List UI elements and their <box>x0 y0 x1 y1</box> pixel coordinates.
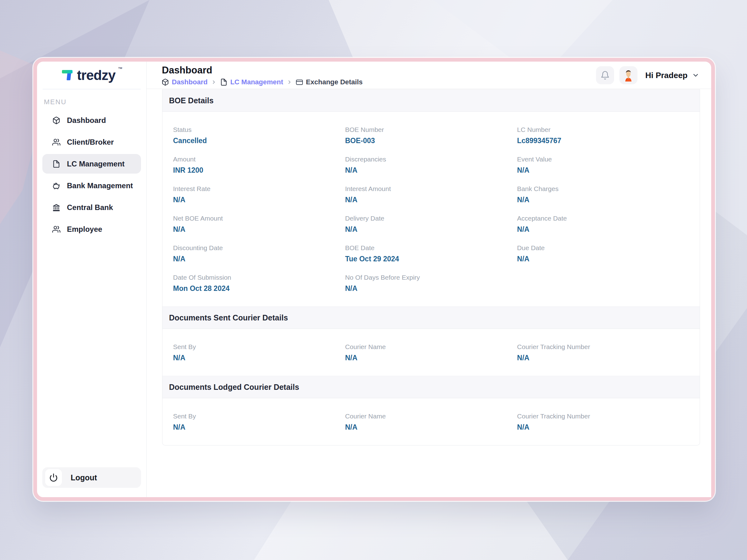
section-title: Documents Lodged Courier Details <box>169 383 299 392</box>
field: Interest AmountN/A <box>345 185 517 204</box>
field-label: Status <box>173 126 345 133</box>
field-label: Date Of Submission <box>173 274 345 281</box>
sidebar-item-label: Client/Broker <box>67 138 114 146</box>
field-label: Interest Amount <box>345 185 517 193</box>
section-header: BOE Details <box>162 89 700 112</box>
field-label: Amount <box>173 156 345 163</box>
field-value: N/A <box>173 255 345 263</box>
main-content: BOE DetailsStatusCancelledBOE NumberBOE-… <box>147 89 711 497</box>
field-label: Net BOE Amount <box>173 215 345 222</box>
field: Sent ByN/A <box>173 412 345 431</box>
sidebar-item-employee[interactable]: Employee <box>42 219 141 239</box>
sidebar: tredzy ™ MENU DashboardClient/BrokerLC M… <box>37 61 147 497</box>
details-card: BOE DetailsStatusCancelledBOE NumberBOE-… <box>162 89 700 446</box>
cube-icon <box>52 116 60 125</box>
field-label: Discounting Date <box>173 244 345 252</box>
field-value: Mon Oct 28 2024 <box>173 284 345 293</box>
breadcrumb-separator-icon <box>287 79 292 85</box>
field-label: Bank Charges <box>517 185 689 193</box>
field: Event ValueN/A <box>517 156 689 175</box>
breadcrumb-item-dashboard[interactable]: Dashboard <box>161 78 208 86</box>
sidebar-item-label: Dashboard <box>67 116 106 125</box>
page-title: Dashboard <box>162 65 212 76</box>
field-label: BOE Number <box>345 126 517 133</box>
header-actions: Hi Pradeep <box>596 66 699 84</box>
sidebar-item-label: Bank Management <box>67 181 133 190</box>
breadcrumb-label[interactable]: Dashboard <box>172 78 208 86</box>
avatar-button[interactable] <box>619 66 638 84</box>
field: AmountINR 1200 <box>173 156 345 175</box>
brand-trademark: ™ <box>118 66 123 71</box>
field: Courier NameN/A <box>345 343 517 362</box>
cube-icon <box>161 78 169 86</box>
field: Bank ChargesN/A <box>517 185 689 204</box>
user-greeting: Hi Pradeep <box>645 71 688 80</box>
field-label: Courier Name <box>345 343 517 351</box>
field-label: Courier Tracking Number <box>517 412 689 420</box>
breadcrumb-item-lc-management[interactable]: LC Management <box>220 78 283 86</box>
field: Courier Tracking NumberN/A <box>517 343 689 362</box>
chevron-down-icon <box>692 72 699 79</box>
sidebar-item-central-bank[interactable]: Central Bank <box>42 197 141 217</box>
avatar <box>623 69 634 81</box>
breadcrumb-separator-icon <box>211 79 216 85</box>
field-value: N/A <box>345 166 517 175</box>
field-value: N/A <box>173 423 345 431</box>
field-value: N/A <box>173 225 345 234</box>
brand-logo[interactable]: tredzy ™ <box>37 61 146 89</box>
sidebar-item-dashboard[interactable]: Dashboard <box>42 110 141 130</box>
sidebar-item-lc-management[interactable]: LC Management <box>42 154 141 174</box>
sidebar-item-bank-management[interactable]: Bank Management <box>42 176 141 195</box>
field-value: N/A <box>345 284 517 293</box>
field-value: N/A <box>517 225 689 234</box>
section-title: Documents Sent Courier Details <box>169 313 288 322</box>
breadcrumb-label[interactable]: LC Management <box>230 78 283 86</box>
power-icon <box>49 473 58 482</box>
field: Courier Tracking NumberN/A <box>517 412 689 431</box>
brand-name: tredzy <box>77 68 115 83</box>
field-value: Lc899345767 <box>517 137 689 145</box>
field-value: N/A <box>345 196 517 204</box>
field: Interest RateN/A <box>173 185 345 204</box>
fields-grid: Sent ByN/ACourier NameN/ACourier Trackin… <box>162 329 700 376</box>
sidebar-item-label: Central Bank <box>67 203 113 212</box>
field-label: Sent By <box>173 412 345 420</box>
bank-icon <box>52 204 60 212</box>
breadcrumb-label: Exchange Details <box>306 78 363 86</box>
field: Due DateN/A <box>517 244 689 263</box>
field-value: Tue Oct 29 2024 <box>345 255 517 263</box>
sidebar-item-label: Employee <box>67 225 102 234</box>
field-label: Discrepancies <box>345 156 517 163</box>
field-label: Interest Rate <box>173 185 345 193</box>
logout-label: Logout <box>71 473 97 482</box>
breadcrumb: DashboardLC ManagementExchange Details <box>161 78 363 86</box>
fields-grid: Sent ByN/ACourier NameN/ACourier Trackin… <box>162 398 700 445</box>
field: StatusCancelled <box>173 126 345 145</box>
field-label: Acceptance Date <box>517 215 689 222</box>
logout-button[interactable]: Logout <box>42 467 141 488</box>
field: DiscrepanciesN/A <box>345 156 517 175</box>
card-icon <box>296 78 303 86</box>
field-value: Cancelled <box>173 137 345 145</box>
field: Net BOE AmountN/A <box>173 215 345 234</box>
field-value: N/A <box>517 354 689 362</box>
field-value: N/A <box>517 196 689 204</box>
field-value: N/A <box>173 354 345 362</box>
app-window: tredzy ™ MENU DashboardClient/BrokerLC M… <box>33 58 715 501</box>
sidebar-item-client-broker[interactable]: Client/Broker <box>42 132 141 152</box>
notifications-button[interactable] <box>596 66 614 84</box>
menu-section-label: MENU <box>44 98 146 106</box>
section-title: BOE Details <box>169 96 213 105</box>
field-value: N/A <box>173 196 345 204</box>
user-menu[interactable]: Hi Pradeep <box>643 71 699 80</box>
field: BOE NumberBOE-003 <box>345 126 517 145</box>
sidebar-divider <box>43 89 141 89</box>
bell-icon <box>600 71 610 80</box>
field-value: N/A <box>345 354 517 362</box>
sidebar-bottom: Logout <box>37 467 146 497</box>
fields-grid: StatusCancelledBOE NumberBOE-003LC Numbe… <box>162 112 700 306</box>
field-value: N/A <box>517 423 689 431</box>
field-value: N/A <box>517 255 689 263</box>
sidebar-menu: DashboardClient/BrokerLC ManagementBank … <box>37 110 146 239</box>
field-value: N/A <box>345 225 517 234</box>
